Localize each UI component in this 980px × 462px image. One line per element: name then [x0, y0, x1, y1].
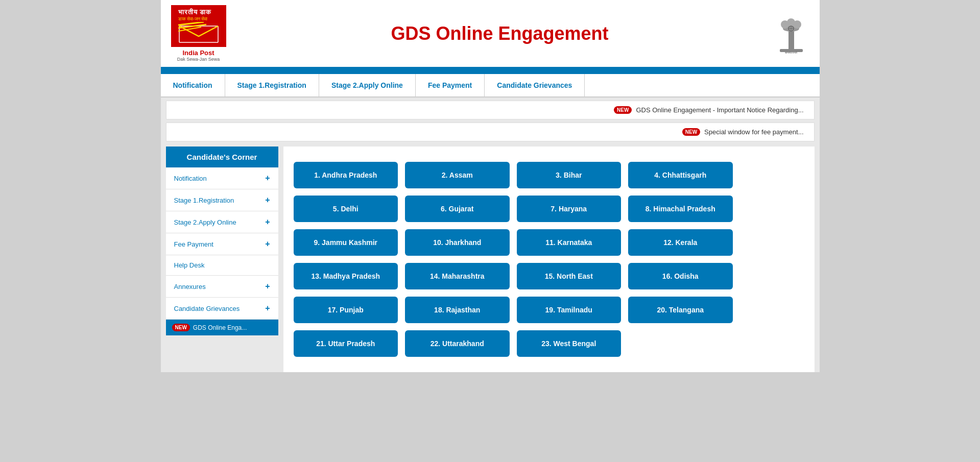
circle-btn-16[interactable]: 16. Odisha — [628, 263, 733, 289]
circle-btn-1[interactable]: 1. Andhra Pradesh — [294, 162, 398, 188]
nav-bar: Notification Stage 1.Registration Stage … — [161, 74, 820, 98]
svg-point-9 — [787, 18, 795, 27]
circle-btn-21[interactable]: 21. Uttar Pradesh — [294, 330, 398, 357]
sidebar-help-label: Help Desk — [174, 261, 205, 269]
sidebar-header: Candidate's Corner — [166, 147, 278, 167]
sidebar-stage1-expand[interactable]: + — [265, 196, 270, 205]
nav-candidate-grievances[interactable]: Candidate Grievances — [485, 74, 585, 96]
circle-btn-8[interactable]: 8. Himachal Pradesh — [628, 196, 733, 222]
blue-accent-bar — [161, 69, 820, 74]
sidebar-bottom-text: GDS Online Enga... — [193, 324, 247, 331]
circle-btn-7[interactable]: 7. Haryana — [517, 196, 622, 222]
circle-btn-3[interactable]: 3. Bihar — [517, 162, 622, 188]
logo-hindi-text: भारतीय डाक — [178, 8, 219, 16]
india-post-sublabel: Dak Sewa-Jan Sewa — [177, 57, 220, 62]
sidebar-item-annexures[interactable]: Annexures + — [166, 276, 278, 298]
circles-grid: 1. Andhra Pradesh2. Assam3. Bihar4. Chha… — [294, 162, 733, 357]
circle-btn-14[interactable]: 14. Maharashtra — [405, 263, 510, 289]
circle-btn-5[interactable]: 5. Delhi — [294, 196, 398, 222]
sidebar-item-stage2[interactable]: Stage 2.Apply Online + — [166, 211, 278, 233]
circle-btn-23[interactable]: 23. West Bengal — [517, 330, 622, 357]
circle-btn-10[interactable]: 10. Jharkhand — [405, 229, 510, 256]
envelope-icon — [178, 22, 219, 43]
announcement-bar-1: NEW GDS Online Engagement - Important No… — [166, 101, 815, 119]
new-badge-1: NEW — [614, 106, 632, 114]
nav-notification[interactable]: Notification — [161, 74, 225, 96]
sidebar-item-notification[interactable]: Notification + — [166, 167, 278, 189]
circle-btn-6[interactable]: 6. Gujarat — [405, 196, 510, 222]
emblem-icon: सत्यमेव जयते — [775, 13, 808, 54]
sidebar-item-help-desk[interactable]: Help Desk — [166, 255, 278, 276]
national-emblem: सत्यमेव जयते — [774, 13, 809, 54]
sidebar-item-grievances[interactable]: Candidate Grievances + — [166, 298, 278, 320]
main-content: Candidate's Corner Notification + Stage … — [166, 147, 815, 372]
nav-stage2-apply[interactable]: Stage 2.Apply Online — [319, 74, 416, 96]
page-title: GDS Online Engagement — [226, 23, 774, 44]
sidebar-stage1-label: Stage 1.Registration — [174, 197, 234, 204]
circle-btn-12[interactable]: 12. Kerala — [628, 229, 733, 256]
announcement-text-2: Special window for fee payment... — [704, 128, 803, 136]
circle-btn-19[interactable]: 19. Tamilnadu — [517, 297, 622, 323]
logo-red-box: भारतीय डाक डाक सेवा-जन सेवा — [171, 5, 226, 47]
header-logo: भारतीय डाक डाक सेवा-जन सेवा India Post D… — [171, 5, 226, 62]
svg-rect-5 — [788, 29, 794, 50]
nav-stage1-registration[interactable]: Stage 1.Registration — [225, 74, 319, 96]
circle-btn-4[interactable]: 4. Chhattisgarh — [628, 162, 733, 188]
announcement-bar-2: NEW Special window for fee payment... — [166, 123, 815, 141]
content-panel: 1. Andhra Pradesh2. Assam3. Bihar4. Chha… — [283, 147, 815, 372]
sidebar-annexures-label: Annexures — [174, 283, 206, 290]
circle-btn-9[interactable]: 9. Jammu Kashmir — [294, 229, 398, 256]
logo-hindi-sub-text: डाक सेवा-जन सेवा — [178, 16, 219, 22]
sidebar-bottom-announcement[interactable]: NEW GDS Online Enga... — [166, 320, 278, 335]
circle-btn-17[interactable]: 17. Punjab — [294, 297, 398, 323]
circle-btn-13[interactable]: 13. Madhya Pradesh — [294, 263, 398, 289]
sidebar-grievances-label: Candidate Grievances — [174, 305, 240, 312]
india-post-label: India Post — [182, 49, 214, 57]
circle-btn-11[interactable]: 11. Karnataka — [517, 229, 622, 256]
sidebar-new-badge: NEW — [172, 324, 190, 331]
sidebar-item-fee-payment[interactable]: Fee Payment + — [166, 233, 278, 255]
circle-btn-18[interactable]: 18. Rajasthan — [405, 297, 510, 323]
sidebar-notification-label: Notification — [174, 175, 207, 182]
circle-btn-22[interactable]: 22. Uttarakhand — [405, 330, 510, 357]
sidebar-stage2-label: Stage 2.Apply Online — [174, 218, 236, 226]
circle-btn-15[interactable]: 15. North East — [517, 263, 622, 289]
svg-text:सत्यमेव जयते: सत्यमेव जयते — [784, 51, 797, 54]
announcement-text-1: GDS Online Engagement - Important Notice… — [636, 106, 803, 114]
sidebar-item-stage1[interactable]: Stage 1.Registration + — [166, 189, 278, 211]
circle-btn-20[interactable]: 20. Telangana — [628, 297, 733, 323]
nav-fee-payment[interactable]: Fee Payment — [416, 74, 485, 96]
sidebar-grievances-expand[interactable]: + — [265, 304, 270, 313]
header: भारतीय डाक डाक सेवा-जन सेवा India Post D… — [161, 0, 820, 69]
sidebar-notification-expand[interactable]: + — [265, 174, 270, 183]
new-badge-2: NEW — [682, 128, 700, 136]
sidebar: Candidate's Corner Notification + Stage … — [166, 147, 278, 372]
svg-line-1 — [178, 22, 204, 25]
sidebar-fee-label: Fee Payment — [174, 240, 213, 248]
sidebar-annexures-expand[interactable]: + — [265, 282, 270, 291]
sidebar-fee-expand[interactable]: + — [265, 239, 270, 249]
sidebar-stage2-expand[interactable]: + — [265, 217, 270, 227]
circle-btn-2[interactable]: 2. Assam — [405, 162, 510, 188]
